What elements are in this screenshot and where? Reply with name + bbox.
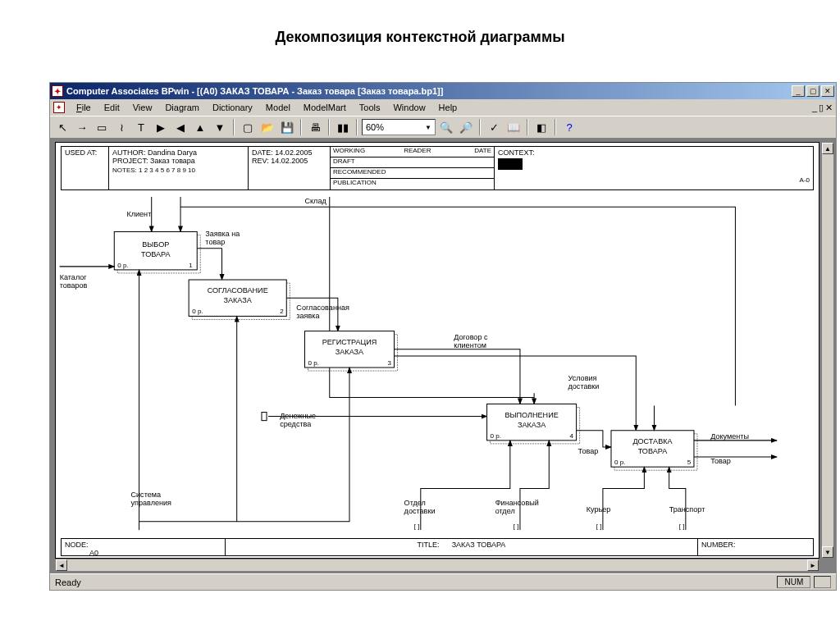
menu-window[interactable]: Window <box>386 101 431 114</box>
nav-up-tool[interactable]: ▲ <box>191 118 209 136</box>
svg-text:Денежные: Денежные <box>280 412 316 420</box>
canvas-area: USED AT: AUTHOR: Dandina Darya PROJECT: … <box>50 139 836 573</box>
box-tool[interactable]: ▭ <box>93 118 111 136</box>
menu-edit[interactable]: Edit <box>98 101 126 114</box>
svg-text:ДОСТАВКА: ДОСТАВКА <box>632 437 673 445</box>
save-button[interactable]: 💾 <box>278 118 296 136</box>
svg-text:2: 2 <box>280 308 284 315</box>
svg-text:Условия: Условия <box>568 374 597 382</box>
new-button[interactable]: ▢ <box>239 118 257 136</box>
svg-text:клиентом: клиентом <box>454 341 486 349</box>
arrow-tool[interactable]: → <box>73 118 91 136</box>
arrow-zayavka <box>197 249 221 280</box>
page-heading: Декомпозиция контекстной диаграммы <box>0 0 840 62</box>
svg-text:0 р.: 0 р. <box>614 459 625 466</box>
svg-text:заявка: заявка <box>296 312 320 320</box>
print-button[interactable]: 🖶 <box>306 118 324 136</box>
mdi-minimize-button[interactable]: _ <box>812 103 817 113</box>
svg-text:ВЫБОР: ВЫБОР <box>142 240 169 249</box>
svg-text:ЗАКАЗА: ЗАКАЗА <box>518 421 546 429</box>
svg-text:0 р.: 0 р. <box>192 308 203 315</box>
rpt-button[interactable]: ▮▮ <box>334 118 352 136</box>
document: USED AT: AUTHOR: Dandina Darya PROJECT: … <box>55 142 819 559</box>
svg-text:Товар: Товар <box>710 457 731 465</box>
app-window: ✦ Computer Associates BPwin - [(A0) ЗАКА… <box>49 82 837 591</box>
close-button[interactable]: ✕ <box>821 85 834 97</box>
usedat-cell: USED AT: <box>62 147 109 189</box>
nav-down-tool[interactable]: ▶ <box>152 118 170 136</box>
pointer-tool[interactable]: ↖ <box>53 118 71 136</box>
window-title: Computer Associates BPwin - [(A0) ЗАКАЗ … <box>66 86 792 96</box>
mdi-restore-button[interactable]: ▯ <box>819 103 824 113</box>
svg-text:[ ]: [ ] <box>414 523 420 530</box>
menu-modelmart[interactable]: ModelMart <box>297 101 353 114</box>
menu-view[interactable]: View <box>126 101 159 114</box>
svg-text:ТОВАРА: ТОВАРА <box>141 250 171 258</box>
mech-otdel <box>421 441 510 530</box>
svg-text:0 р.: 0 р. <box>117 262 128 269</box>
svg-text:Заявка на: Заявка на <box>205 230 240 238</box>
mdi-close-button[interactable]: ✕ <box>825 103 833 113</box>
ctrl-sklad-b4 <box>330 197 534 404</box>
mech-transport <box>669 467 686 530</box>
arrow-katalog2: товаров <box>60 281 88 290</box>
nav-left-tool[interactable]: ◀ <box>171 118 189 136</box>
scroll-right-icon[interactable]: ► <box>807 559 819 571</box>
model-explorer-icon[interactable]: ◧ <box>532 118 550 136</box>
zoom-combo[interactable]: 60%▼ <box>362 119 436 135</box>
menubar: ✦ FFileile Edit View Diagram Dictionary … <box>50 99 836 116</box>
svg-text:доставки: доставки <box>568 382 600 390</box>
scroll-left-icon[interactable]: ◄ <box>56 559 67 571</box>
status-cell: WORKINGREADERDATE DRAFT RECOMMENDED PUBL… <box>331 147 495 189</box>
svg-text:[ ]: [ ] <box>514 523 519 530</box>
date-cell: DATE: 14.02.2005 REV: 14.02.2005 <box>249 147 331 189</box>
context-thumb <box>498 158 523 170</box>
svg-text:доставки: доставки <box>404 507 436 515</box>
nav-parent-tool[interactable]: ▼ <box>211 118 229 136</box>
top-bus <box>180 207 735 431</box>
minimize-button[interactable]: _ <box>792 85 805 97</box>
scroll-up-icon[interactable]: ▲ <box>822 143 833 154</box>
author-cell: AUTHOR: Dandina Darya PROJECT: Заказ тов… <box>109 147 249 189</box>
zoom-out-icon[interactable]: 🔎 <box>457 118 475 136</box>
svg-text:[ ]: [ ] <box>679 523 685 530</box>
vertical-scrollbar[interactable]: ▲ ▼ <box>821 142 834 559</box>
svg-text:5: 5 <box>687 459 692 466</box>
app-icon: ✦ <box>52 85 63 97</box>
text-tool[interactable]: T <box>132 118 150 136</box>
dictionary-icon[interactable]: 📖 <box>504 118 523 136</box>
menu-model[interactable]: Model <box>259 101 297 114</box>
status-ready: Ready <box>55 578 81 587</box>
menu-tools[interactable]: Tools <box>353 101 387 114</box>
svg-text:4: 4 <box>570 432 574 440</box>
svg-text:Отдел: Отдел <box>404 499 426 507</box>
menu-diagram[interactable]: Diagram <box>158 101 206 114</box>
menu-help[interactable]: Help <box>432 101 464 114</box>
maximize-button[interactable]: ▢ <box>806 85 819 97</box>
mech-kurier <box>603 467 644 530</box>
menu-file[interactable]: FFileile <box>70 101 98 114</box>
mech-sistema-b3 <box>237 368 349 522</box>
svg-text:Курьер: Курьер <box>587 505 611 514</box>
svg-text:товар: товар <box>205 238 225 246</box>
arrow-label-klient: Клиент <box>126 210 151 218</box>
arrow-label-sklad: Склад <box>304 197 326 205</box>
mdi-icon: ✦ <box>53 102 65 113</box>
svg-text:3: 3 <box>387 359 391 367</box>
idef0-diagram: Склад Клиент ВЫБОР ТОВАРА 0 р. 1 Каталог <box>56 190 819 538</box>
svg-text:Договор с: Договор с <box>454 333 488 341</box>
help-icon[interactable]: ? <box>560 118 578 136</box>
arrow-katalog1: Каталог <box>60 273 88 281</box>
spellcheck-icon[interactable]: ✓ <box>485 118 503 136</box>
zoom-value: 60% <box>366 122 384 132</box>
svg-text:Система: Система <box>130 491 162 499</box>
svg-text:[ ]: [ ] <box>596 523 602 530</box>
open-button[interactable]: 📂 <box>258 118 276 136</box>
status-num: NUM <box>777 576 810 588</box>
zoom-in-icon[interactable]: 🔍 <box>437 118 455 136</box>
scroll-down-icon[interactable]: ▼ <box>822 546 833 558</box>
menu-dictionary[interactable]: Dictionary <box>206 101 259 114</box>
svg-text:Транспорт: Транспорт <box>669 505 705 514</box>
squiggle-tool[interactable]: ≀ <box>112 118 130 136</box>
horizontal-scrollbar[interactable]: ◄ ► <box>55 559 819 572</box>
